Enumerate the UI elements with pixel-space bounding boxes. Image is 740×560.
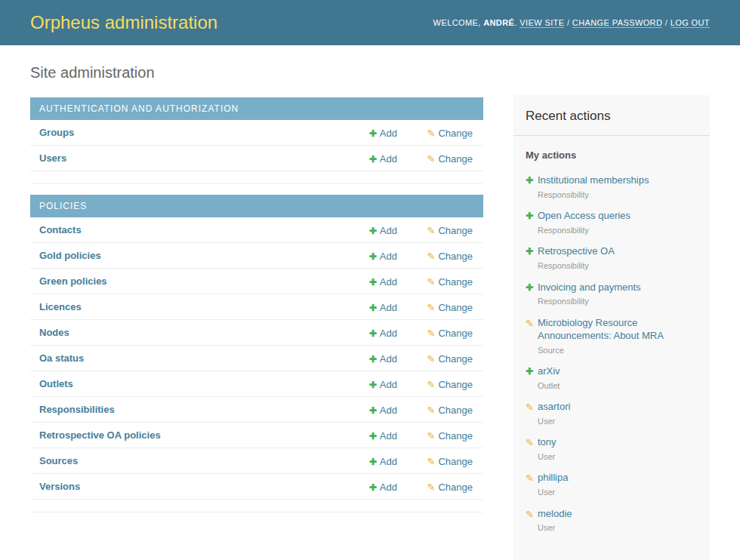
recent-action-link[interactable]: Open Access queries bbox=[538, 210, 631, 221]
add-link[interactable]: ✚Add bbox=[369, 353, 397, 365]
change-pencil-icon: ✎ bbox=[427, 153, 436, 165]
model-link[interactable]: Gold policies bbox=[39, 250, 343, 261]
change-label: Change bbox=[438, 482, 473, 493]
recent-action-item: ✚Retrospective OAResponsibility bbox=[526, 245, 698, 271]
change-link[interactable]: ✎Change bbox=[427, 153, 473, 165]
add-icon: ✚ bbox=[369, 328, 377, 339]
module-caption[interactable]: AUTHENTICATION AND AUTHORIZATION bbox=[30, 97, 483, 120]
add-link[interactable]: ✚Add bbox=[369, 430, 397, 442]
change-link[interactable]: ✎Change bbox=[427, 405, 473, 416]
change-link[interactable]: ✎Change bbox=[427, 353, 473, 365]
change-link[interactable]: ✎Change bbox=[427, 276, 473, 288]
recent-action-link[interactable]: Institutional memberships bbox=[538, 174, 649, 186]
add-link[interactable]: ✚Add bbox=[369, 251, 397, 262]
change-pencil-icon: ✎ bbox=[427, 405, 436, 416]
change-label: Change bbox=[438, 456, 473, 467]
change-link[interactable]: ✎Change bbox=[427, 482, 473, 493]
recent-action-item: ✎Microbiology Resource Announcements: Ab… bbox=[526, 317, 698, 355]
add-link[interactable]: ✚Add bbox=[369, 405, 397, 416]
model-link[interactable]: Contacts bbox=[39, 224, 343, 235]
add-cell: ✚Add bbox=[343, 480, 397, 494]
change-link[interactable]: ✎Change bbox=[427, 225, 473, 236]
model-link[interactable]: Green policies bbox=[39, 275, 343, 287]
page-title: Site administration bbox=[30, 64, 483, 82]
add-link[interactable]: ✚Add bbox=[369, 328, 397, 339]
add-link[interactable]: ✚Add bbox=[369, 276, 397, 288]
recent-action-link[interactable]: Retrospective OA bbox=[538, 245, 615, 257]
change-cell: ✎Change bbox=[397, 429, 477, 442]
change-password-link[interactable]: CHANGE PASSWORD bbox=[572, 18, 662, 28]
recent-action-category: Source bbox=[538, 345, 698, 355]
model-row: Responsibilities✚Add✎Change bbox=[30, 397, 483, 423]
change-pencil-icon: ✎ bbox=[427, 225, 436, 236]
change-pencil-icon: ✎ bbox=[427, 328, 436, 339]
model-link[interactable]: Outlets bbox=[39, 378, 343, 389]
change-cell: ✎Change bbox=[397, 352, 477, 365]
change-link[interactable]: ✎Change bbox=[427, 456, 473, 467]
change-cell: ✎Change bbox=[397, 223, 477, 237]
change-link[interactable]: ✎Change bbox=[427, 251, 473, 262]
change-link[interactable]: ✎Change bbox=[427, 430, 473, 442]
logout-link[interactable]: LOG OUT bbox=[671, 18, 710, 28]
add-link[interactable]: ✚Add bbox=[369, 225, 397, 236]
add-icon: ✚ bbox=[369, 226, 377, 236]
recent-action-link[interactable]: asartori bbox=[538, 401, 570, 412]
add-label: Add bbox=[380, 405, 397, 416]
main-content: Site administration AUTHENTICATION AND A… bbox=[30, 45, 483, 523]
model-link[interactable]: Oa status bbox=[39, 352, 343, 364]
model-link[interactable]: Users bbox=[39, 152, 343, 164]
add-cell: ✚Add bbox=[343, 223, 397, 237]
change-pencil-icon: ✎ bbox=[427, 353, 436, 365]
add-icon: ✚ bbox=[526, 175, 533, 187]
view-site-link[interactable]: VIEW SITE bbox=[520, 18, 564, 28]
change-cell: ✎Change bbox=[397, 403, 477, 417]
change-pencil-icon: ✎ bbox=[526, 437, 534, 450]
recent-action-link[interactable]: phillipa bbox=[538, 472, 568, 483]
add-label: Add bbox=[380, 379, 397, 390]
separator: / bbox=[662, 18, 670, 27]
site-brand[interactable]: Orpheus administration bbox=[30, 12, 217, 33]
separator: / bbox=[564, 18, 572, 27]
add-cell: ✚Add bbox=[343, 300, 397, 314]
change-link[interactable]: ✎Change bbox=[427, 302, 473, 313]
model-link[interactable]: Licences bbox=[39, 301, 343, 312]
add-link[interactable]: ✚Add bbox=[369, 302, 397, 313]
recent-action-link[interactable]: Invoicing and payments bbox=[538, 282, 641, 293]
change-link[interactable]: ✎Change bbox=[427, 128, 473, 139]
recent-action-category: User bbox=[538, 416, 698, 426]
recent-action-link[interactable]: melodie bbox=[538, 508, 572, 519]
recent-action-link[interactable]: Microbiology Resource Announcements: Abo… bbox=[538, 317, 664, 341]
content-area: Site administration AUTHENTICATION AND A… bbox=[0, 45, 740, 560]
change-link[interactable]: ✎Change bbox=[427, 328, 473, 339]
change-label: Change bbox=[438, 225, 473, 236]
add-cell: ✚Add bbox=[343, 326, 397, 340]
add-link[interactable]: ✚Add bbox=[369, 128, 397, 139]
add-link[interactable]: ✚Add bbox=[369, 456, 397, 467]
change-pencil-icon: ✎ bbox=[526, 509, 534, 522]
add-link[interactable]: ✚Add bbox=[369, 153, 397, 165]
add-link[interactable]: ✚Add bbox=[369, 482, 397, 493]
change-label: Change bbox=[438, 276, 473, 288]
recent-action-category: User bbox=[538, 522, 698, 533]
module-caption[interactable]: POLICIES bbox=[30, 195, 483, 217]
add-cell: ✚Add bbox=[343, 429, 397, 442]
change-link[interactable]: ✎Change bbox=[427, 379, 473, 390]
add-cell: ✚Add bbox=[343, 249, 397, 263]
add-label: Add bbox=[380, 482, 397, 493]
model-link[interactable]: Groups bbox=[39, 127, 343, 138]
add-icon: ✚ bbox=[526, 246, 533, 258]
add-link[interactable]: ✚Add bbox=[369, 379, 397, 390]
model-link[interactable]: Nodes bbox=[39, 327, 343, 338]
change-pencil-icon: ✎ bbox=[427, 251, 436, 262]
model-link[interactable]: Sources bbox=[39, 455, 343, 466]
header: Orpheus administration WELCOME, ANDRÉ. V… bbox=[0, 0, 740, 45]
recent-action-link[interactable]: tony bbox=[538, 436, 557, 448]
recent-action-category: Responsibility bbox=[538, 225, 698, 235]
add-label: Add bbox=[380, 225, 397, 236]
recent-action-link[interactable]: arXiv bbox=[538, 365, 560, 377]
model-link[interactable]: Responsibilities bbox=[39, 404, 343, 415]
change-pencil-icon: ✎ bbox=[427, 456, 436, 467]
model-link[interactable]: Retrospective OA policies bbox=[39, 429, 343, 441]
model-link[interactable]: Versions bbox=[39, 481, 343, 492]
recent-action-item: ✎phillipaUser bbox=[526, 472, 698, 497]
